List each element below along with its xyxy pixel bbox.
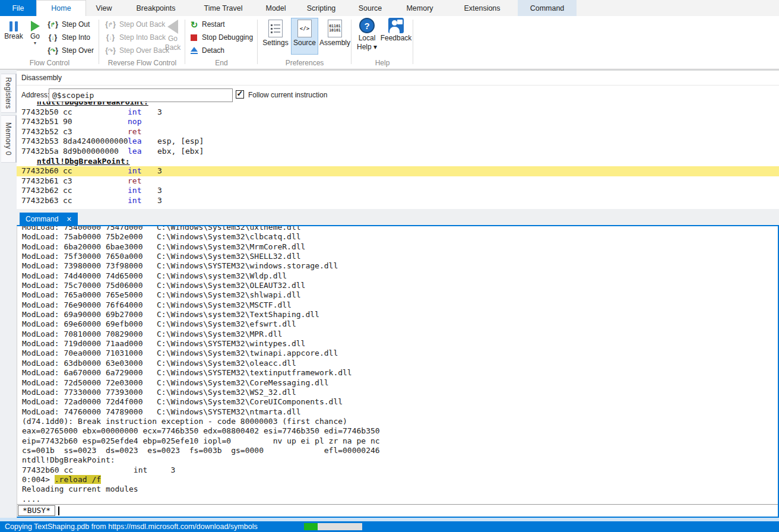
break-button[interactable]: Break (2, 18, 25, 40)
go-label: Go (30, 33, 40, 40)
settings-button[interactable]: Settings (261, 18, 290, 55)
disassembly-row[interactable]: 77432b538da42400000000leaesp, [esp] (17, 137, 779, 147)
disassembly-listing[interactable]: ntdll!DbgUserBreakPoint:77432b50ccint377… (17, 102, 779, 210)
highlighted-command-text: .reload /f (55, 475, 101, 484)
disassembly-row[interactable]: 77432b62ccint3 (17, 186, 779, 196)
group-label-end: End (185, 59, 258, 67)
command-input[interactable] (59, 505, 778, 517)
command-output-line: ModLoad: 6a670000 6a729000 C:\Windows\SY… (17, 368, 778, 378)
ribbon: Break Go ▾ {↱} Step Out {↓} Step Into {↷… (0, 16, 779, 69)
disassembly-row[interactable]: 77432b50ccint3 (17, 107, 779, 118)
ribbon-tab-scripting[interactable]: Scripting (295, 0, 347, 16)
progress-bar (304, 523, 362, 530)
chevron-down-icon: ▾ (34, 42, 36, 45)
side-tab-registers[interactable]: Registers (1, 74, 17, 113)
command-output-line: ModLoad: 75400000 7547d000 C:\Windows\Sy… (17, 226, 778, 232)
ribbon-tab-file[interactable]: File (0, 0, 36, 16)
local-help-button[interactable]: ? Local Help ▾ (355, 18, 379, 51)
step-into-back-button[interactable]: {↓} Step Into Back (104, 31, 169, 43)
group-separator (413, 20, 413, 64)
busy-indicator: *BUSY* (18, 505, 55, 516)
close-icon[interactable]: × (66, 216, 71, 223)
command-output-line: ntdll!DbgBreakPoint: (17, 455, 778, 465)
group-help: ? Local Help ▾ Feedback Help (352, 16, 413, 69)
side-tab-memory-0[interactable]: Memory 0 (1, 115, 17, 163)
ribbon-tab-view[interactable]: View (86, 0, 122, 16)
status-message: Copying TextShaping.pdb from https://msd… (5, 522, 258, 531)
step-over-button[interactable]: {↷} Step Over (46, 45, 94, 56)
step-into-back-icon: {↓} (104, 33, 117, 42)
command-output-line: ModLoad: 70810000 70829000 C:\Windows\Sy… (17, 330, 778, 339)
source-button[interactable]: </> Source (291, 18, 318, 55)
ribbon-tab-time-travel[interactable]: Time Travel (190, 0, 256, 16)
disassembly-symbol-label[interactable]: ntdll!DbgBreakPoint: (17, 157, 779, 167)
command-output-line: ModLoad: 77330000 77393000 C:\Windows\Sy… (17, 388, 778, 397)
side-tab-strip: Registers Memory 0 (0, 70, 17, 518)
command-output-line: ModLoad: 69a90000 69b27000 C:\Windows\sy… (17, 310, 778, 319)
help-question-icon: ? (359, 18, 375, 33)
disassembly-row[interactable]: 77432b61c3ret (17, 176, 779, 186)
command-output-line: ModLoad: 70ea0000 71031000 C:\Windows\Sy… (17, 349, 778, 358)
group-label-reverse-flow-control: Reverse Flow Control (99, 59, 185, 67)
feedback-icon (388, 18, 404, 33)
restart-button[interactable]: ↻ Restart (189, 18, 253, 30)
break-label: Break (4, 33, 23, 40)
command-output-line: cs=001b ss=0023 ds=0023 es=0023 fs=003b … (17, 446, 778, 455)
command-output-line: ModLoad: 74d40000 74d65000 C:\Windows\sy… (17, 271, 778, 281)
group-preferences: Settings </> Source 0110110101 Assembly … (258, 16, 352, 69)
play-icon (31, 21, 40, 31)
command-output-line: eip=77432b60 esp=025efde4 ebp=025efe10 i… (17, 436, 778, 446)
feedback-button[interactable]: Feedback (380, 18, 412, 42)
ribbon-tab-memory[interactable]: Memory (393, 0, 446, 16)
ribbon-tab-model[interactable]: Model (256, 0, 295, 16)
disassembly-row[interactable]: 77432b52c3ret (17, 127, 779, 137)
assembly-button[interactable]: 0110110101 Assembly (319, 18, 350, 55)
address-label: Address: (21, 91, 49, 99)
disassembly-row[interactable]: 77432b63ccint3 (17, 196, 779, 206)
command-output-line: ModLoad: 75ab0000 75b2e000 C:\Windows\Sy… (17, 232, 778, 242)
detach-button[interactable]: Detach (189, 45, 253, 56)
reverse-step-buttons: {↱} Step Out Back {↓} Step Into Back {↷}… (104, 18, 169, 58)
assembly-icon: 0110110101 (328, 20, 342, 37)
end-buttons: ↻ Restart Stop Debugging Detach (189, 18, 253, 58)
pause-icon (10, 21, 18, 31)
disassembly-row[interactable]: 77432b5a8d9b00000000leaebx, [ebx] (17, 147, 779, 157)
source-icon: </> (297, 20, 312, 37)
step-out-button[interactable]: {↱} Step Out (46, 18, 94, 30)
command-output-line: 77432b60 cc int 3 (17, 466, 778, 475)
go-back-button[interactable]: Go Back (163, 18, 183, 52)
settings-icon (268, 20, 283, 37)
ribbon-tab-source[interactable]: Source (347, 0, 393, 16)
step-out-back-button[interactable]: {↱} Step Out Back (104, 18, 169, 30)
disassembly-row[interactable]: 77432b5190nop (17, 117, 779, 127)
address-input[interactable]: @$scopeip (49, 88, 233, 102)
command-output-line: (d74.1dd0): Break instruction exception … (17, 417, 778, 426)
step-into-button[interactable]: {↓} Step Into (46, 31, 94, 43)
step-out-icon: {↱} (46, 20, 59, 28)
command-output-line: ModLoad: 74760000 74789000 C:\Windows\SY… (17, 407, 778, 417)
back-triangle-icon (167, 20, 178, 34)
stop-debugging-button[interactable]: Stop Debugging (189, 31, 253, 43)
ribbon-tab-command[interactable]: Command (518, 0, 577, 16)
command-output[interactable]: ModLoad: 75400000 7547d000 C:\Windows\Sy… (17, 226, 778, 505)
ribbon-tab-breakpoints[interactable]: Breakpoints (122, 0, 190, 16)
disassembly-symbol-label[interactable]: ntdll!DbgUserBreakPoint: (17, 102, 779, 107)
command-output-line: ModLoad: 63db0000 63e03000 C:\Windows\Sy… (17, 359, 778, 368)
ribbon-tab-extensions[interactable]: Extensions (446, 0, 518, 16)
command-panel-tab[interactable]: Command × (20, 213, 78, 225)
step-buttons: {↱} Step Out {↓} Step Into {↷} Step Over (46, 18, 94, 58)
address-row: Address: @$scopeip ✓ Follow current inst… (17, 88, 779, 103)
command-output-line: ModLoad: 765a0000 765e5000 C:\Windows\Sy… (17, 290, 778, 300)
group-end: ↻ Restart Stop Debugging Detach End (185, 16, 258, 69)
group-reverse-flow-control: {↱} Step Out Back {↓} Step Into Back {↷}… (99, 16, 185, 69)
step-over-back-button[interactable]: {↷} Step Over Back (104, 45, 169, 56)
detach-eject-icon (189, 47, 200, 55)
divider (17, 85, 779, 86)
go-button[interactable]: Go ▾ (26, 18, 44, 45)
ribbon-tab-home[interactable]: Home (36, 0, 86, 16)
follow-current-instruction-checkbox[interactable]: ✓ (236, 90, 244, 99)
disassembly-row[interactable]: 77432b60ccint3 (17, 166, 779, 176)
command-output-line: ModLoad: 719d0000 71aad000 C:\Windows\SY… (17, 339, 778, 349)
check-icon: ✓ (237, 91, 243, 97)
step-over-icon: {↷} (46, 46, 59, 55)
